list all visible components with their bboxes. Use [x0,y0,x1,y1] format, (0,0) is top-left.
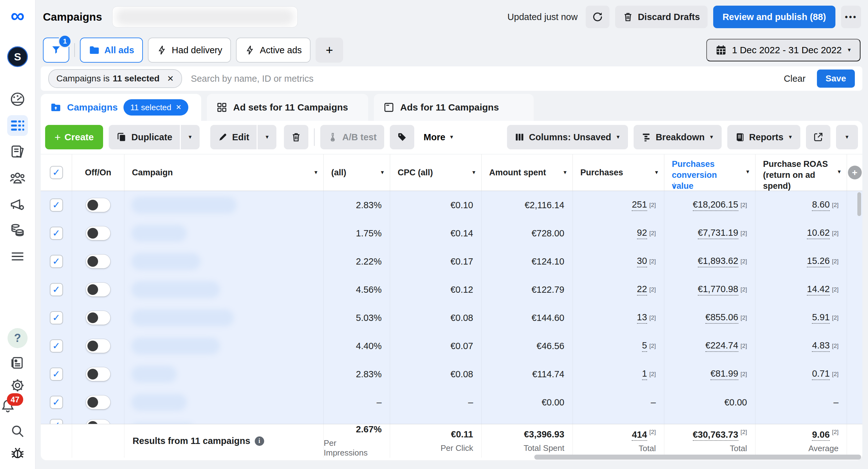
purchases-value[interactable]: 5 [642,340,647,352]
sidebar-item-overview[interactable] [7,89,28,109]
column-header-purchases[interactable]: Purchases▼ [573,154,664,191]
ab-test-button[interactable]: A/B test [320,125,384,149]
notifications-button[interactable]: 47 [0,398,35,414]
column-header-ctr[interactable]: (all)▼ [324,154,390,191]
column-header-cpc[interactable]: CPC (all)▼ [390,154,482,191]
table-row[interactable]: ✓ 2.83% €0.10 €2,116.14 251[2] €18,206.1… [41,191,862,219]
conversion-value[interactable]: €81.99 [710,368,738,380]
add-filter-preset-button[interactable]: + [315,38,343,63]
row-checkbox[interactable]: ✓ [50,255,63,268]
row-checkbox[interactable]: ✓ [50,283,63,296]
table-row[interactable]: ✓ 2.83% €0.08 €114.74 1[2] €81.99[2] 0.7… [41,360,862,388]
breakdown-button[interactable]: Breakdown ▼ [633,125,721,149]
table-row[interactable]: ✓ 5.03% €0.08 €144.60 13[2] €855.06[2] 5… [41,304,862,332]
purchases-value[interactable]: 30 [637,256,647,267]
edit-dropdown-button[interactable]: ▼ [257,125,276,149]
search-button[interactable] [7,421,28,441]
row-checkbox[interactable]: ✓ [50,419,63,424]
sidebar-item-pages[interactable] [7,141,28,162]
column-header-amount-spent[interactable]: Amount spent▼ [482,154,573,191]
search-input[interactable] [190,73,784,84]
purchases-value[interactable]: 22 [637,284,647,296]
campaign-toggle[interactable] [86,420,110,424]
export-button[interactable] [806,125,830,149]
duplicate-button[interactable]: Duplicate [109,125,180,149]
filter-chip-campaigns-selected[interactable]: Campaigns is 11 selected ✕ [48,69,182,88]
campaign-toggle[interactable] [86,311,110,325]
help-button[interactable]: ? [7,328,28,348]
refresh-button[interactable] [586,6,610,28]
sidebar-item-all-tools[interactable] [7,246,28,267]
row-checkbox[interactable]: ✓ [50,339,63,353]
delete-button[interactable] [284,125,308,149]
select-all-checkbox[interactable]: ✓ [50,166,63,179]
campaign-toggle[interactable] [86,395,110,409]
row-checkbox[interactable]: ✓ [50,311,63,324]
table-row[interactable]: ✓ 4.56% €0.12 €122.79 22[2] €1,770.98[2]… [41,275,862,304]
remove-chip-icon[interactable]: ✕ [167,74,174,83]
tab-ad-sets[interactable]: Ad sets for 11 Campaigns [207,94,368,121]
edit-button[interactable]: Edit [210,125,257,149]
filters-button[interactable]: 1 [43,38,69,63]
table-row[interactable]: ✓ – – €0.00 – €0.00 – [41,388,862,416]
campaign-toggle[interactable] [86,198,110,212]
tab-ads[interactable]: Ads for 11 Campaigns [374,94,534,121]
campaign-toggle[interactable] [86,283,110,297]
sidebar-item-settings[interactable] [7,375,28,396]
campaign-toggle[interactable] [86,226,110,240]
table-row[interactable]: ✓ 2.22% €0.17 €124.10 30[2] €1,893.62[2]… [41,247,862,275]
more-options-button[interactable]: ••• [841,6,861,28]
clear-filters-button[interactable]: Clear [784,74,805,84]
conversion-value[interactable]: €18,206.15 [693,199,738,211]
sidebar-item-updates[interactable] [7,353,28,373]
sidebar-item-campaigns[interactable] [7,115,28,136]
sidebar-item-billing[interactable] [7,220,28,240]
duplicate-dropdown-button[interactable]: ▼ [181,125,199,149]
vertical-scrollbar[interactable] [857,192,861,216]
clear-selection-icon[interactable]: ✕ [176,103,181,111]
discard-drafts-button[interactable]: Discard Drafts [615,6,707,28]
preset-active-ads[interactable]: Active ads [236,38,311,63]
campaign-toggle[interactable] [86,367,110,381]
column-header-purchases-conversion-value[interactable]: Purchases conversion value▼↓ [664,154,755,191]
campaign-toggle[interactable] [86,339,110,353]
review-and-publish-button[interactable]: Review and publish (88) [713,6,835,28]
report-bug-button[interactable] [7,443,28,463]
create-button[interactable]: +Create [45,125,103,149]
export-dropdown-button[interactable]: ▼ [836,125,858,149]
tag-button[interactable] [390,125,414,149]
date-range-selector[interactable]: 1 Dec 2022 - 31 Dec 2022 ▼ [706,39,861,61]
conversion-value[interactable]: €7,731.19 [698,228,738,239]
roas-value[interactable]: 14.42 [807,284,830,296]
conversion-value[interactable]: €855.06 [705,312,738,324]
sidebar-item-ads-settings[interactable] [7,194,28,215]
horizontal-scrollbar[interactable] [534,455,861,460]
roas-value[interactable]: 15.26 [807,256,830,267]
roas-value[interactable]: 5.91 [812,312,830,324]
column-header-purchase-roas[interactable]: Purchase ROAS (return on ad spend)▼ [755,154,847,191]
roas-value[interactable]: 10.62 [807,228,830,239]
column-header-campaign[interactable]: Campaign▼ [124,154,324,191]
roas-value[interactable]: 4.83 [812,340,830,352]
purchases-value[interactable]: 13 [637,312,647,324]
columns-button[interactable]: Columns: Unsaved ▼ [507,125,628,149]
table-row[interactable]: ✓ 1.75% €0.14 €728.00 92[2] €7,731.19[2]… [41,219,862,247]
purchases-value[interactable]: 1 [642,368,647,380]
conversion-value[interactable]: €1,770.98 [698,284,738,296]
save-filter-button[interactable]: Save [817,69,855,88]
roas-value[interactable]: 8.60 [812,199,830,211]
conversion-value[interactable]: €224.74 [705,340,738,352]
row-checkbox[interactable]: ✓ [50,227,63,240]
row-checkbox[interactable]: ✓ [50,396,63,409]
purchases-value[interactable]: 92 [637,228,647,239]
selected-count-pill[interactable]: 11 selected ✕ [123,99,189,115]
column-header-off-on[interactable]: Off/On [72,154,124,191]
add-column-button[interactable]: + [847,154,862,191]
account-avatar[interactable]: S [7,46,28,67]
table-row-clipped[interactable]: ✓ [41,416,862,424]
sidebar-item-audiences[interactable] [7,168,28,189]
tab-campaigns[interactable]: Campaigns 11 selected ✕ [41,94,201,121]
preset-all-ads[interactable]: All ads [80,38,143,63]
row-checkbox[interactable]: ✓ [50,368,63,381]
row-checkbox[interactable]: ✓ [50,199,63,212]
